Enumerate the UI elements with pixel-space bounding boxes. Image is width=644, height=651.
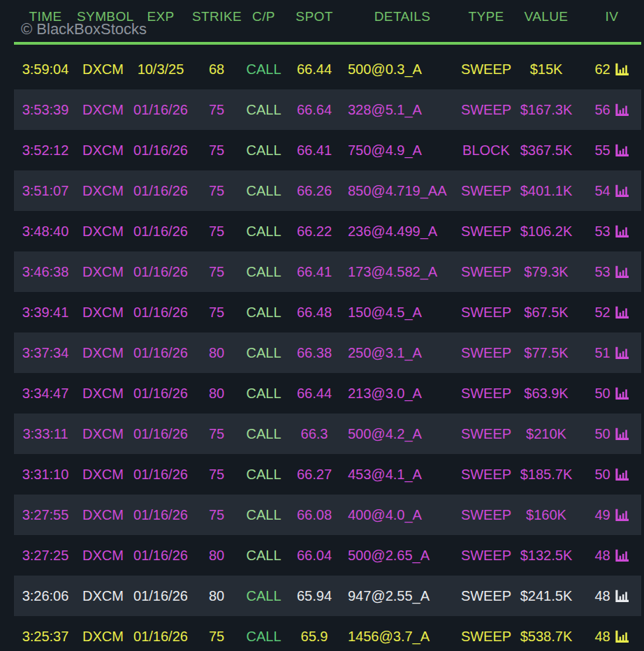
bar-chart-icon[interactable] bbox=[615, 468, 629, 481]
cell-spot: 66.08 bbox=[286, 495, 342, 535]
cell-cp: CALL bbox=[241, 49, 286, 89]
iv-value: 51 bbox=[594, 345, 610, 361]
cell-value: $77.5K bbox=[510, 332, 583, 373]
cell-details: 1456@3.7_A bbox=[342, 616, 462, 651]
cell-details: 236@4.499_A bbox=[342, 211, 462, 251]
bar-chart-icon[interactable] bbox=[615, 144, 629, 157]
cell-spot: 66.27 bbox=[286, 454, 342, 495]
bar-chart-icon[interactable] bbox=[615, 509, 629, 522]
cell-time: 3:25:37 bbox=[14, 616, 77, 651]
bar-chart-icon[interactable] bbox=[615, 427, 629, 441]
cell-iv: 53 bbox=[583, 251, 641, 292]
cell-details: 453@4.1_A bbox=[342, 454, 462, 495]
iv-value: 54 bbox=[594, 183, 610, 199]
table-row[interactable]: 3:27:55DXCM01/16/2675CALL66.08400@4.0_AS… bbox=[14, 495, 641, 535]
cell-type: SWEEP bbox=[462, 211, 510, 251]
cell-type: SWEEP bbox=[462, 251, 510, 292]
cell-cp: CALL bbox=[241, 576, 286, 616]
cell-spot: 65.94 bbox=[286, 576, 342, 616]
column-header-iv[interactable]: IV bbox=[583, 9, 641, 24]
iv-value: 50 bbox=[594, 467, 610, 483]
column-header-exp[interactable]: EXP bbox=[129, 9, 192, 24]
iv-value: 55 bbox=[594, 142, 610, 159]
cell-exp: 01/16/26 bbox=[129, 89, 192, 130]
bar-chart-icon[interactable] bbox=[615, 590, 629, 603]
cell-type: SWEEP bbox=[462, 170, 510, 211]
column-header-spot[interactable]: SPOT bbox=[286, 9, 342, 24]
cell-exp: 01/16/26 bbox=[129, 495, 192, 535]
column-header-type[interactable]: TYPE bbox=[462, 9, 510, 24]
table-row[interactable]: 3:33:11DXCM01/16/2675CALL66.3500@4.2_ASW… bbox=[14, 414, 641, 454]
bar-chart-icon[interactable] bbox=[615, 387, 629, 400]
bar-chart-icon[interactable] bbox=[615, 306, 629, 319]
cell-time: 3:27:55 bbox=[14, 495, 77, 535]
cell-cp: CALL bbox=[241, 373, 286, 414]
table-row[interactable]: 3:31:10DXCM01/16/2675CALL66.27453@4.1_AS… bbox=[14, 454, 641, 495]
cell-time: 3:37:34 bbox=[14, 332, 77, 373]
cell-time: 3:53:39 bbox=[14, 89, 77, 130]
table-row[interactable]: 3:34:47DXCM01/16/2680CALL66.44213@3.0_AS… bbox=[14, 373, 641, 414]
cell-iv: 56 bbox=[583, 89, 641, 130]
cell-exp: 01/16/26 bbox=[129, 454, 192, 495]
cell-spot: 66.04 bbox=[286, 535, 342, 576]
table-row[interactable]: 3:53:39DXCM01/16/2675CALL66.64328@5.1_AS… bbox=[14, 89, 641, 130]
cell-iv: 48 bbox=[583, 535, 641, 576]
cell-symbol: DXCM bbox=[77, 89, 129, 130]
table-row[interactable]: 3:51:07DXCM01/16/2675CALL66.26850@4.719_… bbox=[14, 170, 641, 211]
iv-value: 49 bbox=[594, 507, 610, 523]
bar-chart-icon[interactable] bbox=[615, 265, 629, 279]
cell-value: $79.3K bbox=[510, 251, 583, 292]
cell-time: 3:51:07 bbox=[14, 170, 77, 211]
table-row[interactable]: 3:39:41DXCM01/16/2675CALL66.48150@4.5_AS… bbox=[14, 292, 641, 332]
cell-details: 500@4.2_A bbox=[342, 414, 462, 454]
table-row[interactable]: 3:25:37DXCM01/16/2675CALL65.91456@3.7_AS… bbox=[14, 616, 641, 651]
table-header: TIMESYMBOLEXPSTRIKEC/PSPOTDETAILSTYPEVAL… bbox=[14, 0, 641, 45]
table-row[interactable]: 3:26:06DXCM01/16/2680CALL65.94947@2.55_A… bbox=[14, 576, 641, 616]
cell-exp: 01/16/26 bbox=[129, 616, 192, 651]
cell-type: SWEEP bbox=[462, 454, 510, 495]
column-header-strike[interactable]: STRIKE bbox=[192, 9, 241, 24]
bar-chart-icon[interactable] bbox=[615, 103, 629, 117]
bar-chart-icon[interactable] bbox=[615, 630, 629, 643]
cell-strike: 75 bbox=[192, 414, 241, 454]
table-body: 3:59:04DXCM10/3/2568CALL66.44500@0.3_ASW… bbox=[14, 49, 641, 651]
cell-strike: 75 bbox=[192, 292, 241, 332]
cell-spot: 65.9 bbox=[286, 616, 342, 651]
cell-type: SWEEP bbox=[462, 535, 510, 576]
iv-value: 56 bbox=[594, 102, 610, 118]
column-header-symbol[interactable]: SYMBOL bbox=[77, 9, 129, 24]
cell-type: SWEEP bbox=[462, 49, 510, 89]
cell-value: $63.9K bbox=[510, 373, 583, 414]
bar-chart-icon[interactable] bbox=[615, 549, 629, 562]
table-row[interactable]: 3:27:25DXCM01/16/2680CALL66.04500@2.65_A… bbox=[14, 535, 641, 576]
table-row[interactable]: 3:46:38DXCM01/16/2675CALL66.41173@4.582_… bbox=[14, 251, 641, 292]
table-row[interactable]: 3:48:40DXCM01/16/2675CALL66.22236@4.499_… bbox=[14, 211, 641, 251]
iv-value: 62 bbox=[594, 61, 610, 78]
cell-cp: CALL bbox=[241, 211, 286, 251]
bar-chart-icon[interactable] bbox=[615, 346, 629, 360]
cell-exp: 01/16/26 bbox=[129, 535, 192, 576]
column-header-value[interactable]: VALUE bbox=[510, 9, 583, 24]
cell-strike: 75 bbox=[192, 170, 241, 211]
column-header-cp[interactable]: C/P bbox=[241, 9, 286, 24]
table-row[interactable]: 3:37:34DXCM01/16/2680CALL66.38250@3.1_AS… bbox=[14, 332, 641, 373]
cell-strike: 68 bbox=[192, 49, 241, 89]
cell-spot: 66.38 bbox=[286, 332, 342, 373]
cell-spot: 66.44 bbox=[286, 49, 342, 89]
table-row[interactable]: 3:59:04DXCM10/3/2568CALL66.44500@0.3_ASW… bbox=[14, 49, 641, 89]
bar-chart-icon[interactable] bbox=[615, 184, 629, 198]
iv-value: 53 bbox=[594, 224, 610, 240]
column-header-details[interactable]: DETAILS bbox=[342, 9, 462, 24]
cell-symbol: DXCM bbox=[77, 576, 129, 616]
cell-iv: 54 bbox=[583, 170, 641, 211]
column-header-time[interactable]: TIME bbox=[14, 9, 77, 24]
cell-spot: 66.64 bbox=[286, 89, 342, 130]
cell-cp: CALL bbox=[241, 170, 286, 211]
cell-value: $167.3K bbox=[510, 89, 583, 130]
bar-chart-icon[interactable] bbox=[615, 225, 629, 238]
bar-chart-icon[interactable] bbox=[615, 63, 629, 76]
iv-value: 48 bbox=[594, 548, 610, 564]
cell-cp: CALL bbox=[241, 292, 286, 332]
cell-value: $132.5K bbox=[510, 535, 583, 576]
table-row[interactable]: 3:52:12DXCM01/16/2675CALL66.41750@4.9_AB… bbox=[14, 130, 641, 170]
